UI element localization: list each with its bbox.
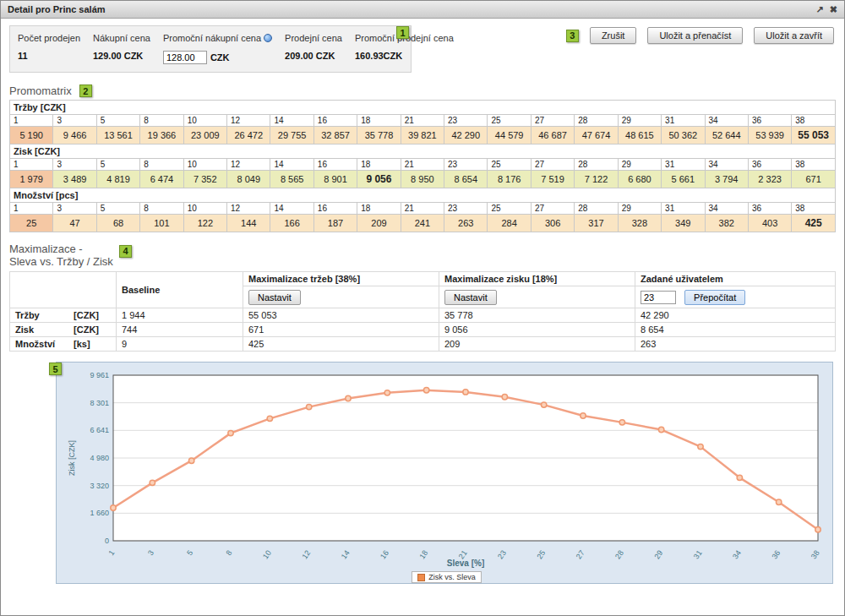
matrix-value-cell[interactable]: 50 362 [662,127,705,144]
matrix-value-cell[interactable]: 44 579 [488,127,531,144]
matrix-value-cell[interactable]: 68 [96,215,139,232]
y-axis-tick: 9 961 [90,371,109,379]
matrix-value-cell[interactable]: 19 366 [140,127,183,144]
close-icon[interactable]: ✖ [830,5,837,14]
row-unit: [CZK] [74,324,99,335]
field-value: 11 [18,51,80,61]
matrix-value-cell[interactable]: 9 466 [53,127,96,144]
matrix-value-cell[interactable]: 7 519 [531,171,574,188]
recalculate-button[interactable]: Přepočítat [684,290,745,305]
matrix-value-cell[interactable]: 6 680 [618,171,661,188]
matrix-value-cell[interactable]: 241 [401,215,444,232]
matrix-value-cell[interactable]: 284 [488,215,531,232]
user-discount-input[interactable] [641,291,676,304]
matrix-value-cell[interactable]: 52 644 [705,127,748,144]
field-promocni-nakupni-cena: Promoční nákupní cena CZK [163,33,272,65]
toolbar: 3 Zrušit Uložit a přenačíst Uložit a zav… [566,27,834,44]
y-axis-label: Zisk [CZK] [68,440,76,476]
matrix-value-cell[interactable]: 39 821 [401,127,444,144]
matrix-value-cell[interactable]: 5 661 [662,171,705,188]
matrix-value-cell[interactable]: 306 [531,215,574,232]
matrix-discount-header: 12 [227,159,270,171]
matrix-discount-header: 29 [618,115,661,127]
matrix-value-cell[interactable]: 8 901 [313,171,357,188]
matrix-value-cell[interactable]: 1 979 [10,171,53,188]
matrix-value-cell[interactable]: 9 056 [357,171,401,188]
matrix-value-cell[interactable]: 349 [662,215,705,232]
matrix-value-cell[interactable]: 25 [10,215,53,232]
matrix-value-cell[interactable]: 328 [618,215,661,232]
matrix-discount-header: 27 [531,203,574,215]
save-reload-button[interactable]: Uložit a přenačíst [647,27,743,44]
matrix-value-cell[interactable]: 8 049 [227,171,270,188]
window-title: Detail pro Princ salám [8,4,106,14]
matrix-value-cell[interactable]: 382 [705,215,748,232]
x-axis-tick: 27 [575,548,586,560]
chart-point [463,390,468,395]
matrix-value-cell[interactable]: 7 122 [575,171,618,188]
matrix-value-cell[interactable]: 101 [140,215,183,232]
matrix-value-cell[interactable]: 263 [444,215,488,232]
matrix-value-cell[interactable]: 4 819 [96,171,139,188]
matrix-value-cell[interactable]: 8 654 [444,171,488,188]
matrix-value-cell[interactable]: 47 [53,215,96,232]
matrix-value-cell[interactable]: 6 474 [140,171,183,188]
restore-icon[interactable]: ↗ [816,5,824,14]
matrix-value-cell[interactable]: 403 [748,215,791,232]
matrix-value-cell[interactable]: 144 [227,215,270,232]
matrix-value-cell[interactable]: 55 053 [792,127,836,144]
field-label-text: Promoční nákupní cena [163,33,261,43]
matrix-value-cell[interactable]: 187 [313,215,357,232]
cancel-button[interactable]: Zrušit [590,27,637,44]
matrix-value-cell[interactable]: 317 [575,215,618,232]
set-trzeb-button[interactable]: Nastavit [248,290,301,305]
set-zisku-button[interactable]: Nastavit [444,290,497,305]
matrix-value-cell[interactable]: 122 [183,215,226,232]
matrix-value-cell[interactable]: 29 755 [270,127,313,144]
matrix-value-cell[interactable]: 48 615 [618,127,661,144]
matrix-value-cell[interactable]: 13 561 [96,127,139,144]
matrix-value-cell[interactable]: 3 794 [705,171,748,188]
max-zisku-value: 209 [439,337,635,352]
matrix-value-cell[interactable]: 7 352 [183,171,226,188]
matrix-value-cell[interactable]: 166 [270,215,313,232]
row-label: Tržby [15,310,71,320]
matrix-discount-header: 12 [227,115,270,127]
matrix-value-cell[interactable]: 8 176 [488,171,531,188]
x-axis-tick: 28 [613,548,625,560]
matrix-discount-header: 34 [705,203,748,215]
promo-purchase-price-input[interactable] [163,51,207,64]
matrix-value-cell[interactable]: 671 [792,171,836,188]
matrix-value-cell[interactable]: 53 939 [748,127,791,144]
matrix-value-cell[interactable]: 8 565 [270,171,313,188]
matrix-value-cell[interactable]: 42 290 [444,127,488,144]
chart-point [111,505,116,510]
matrix-value-cell[interactable]: 46 687 [531,127,574,144]
matrix-value-cell[interactable]: 26 472 [227,127,270,144]
empty-header-cell [10,272,117,308]
matrix-value-cell[interactable]: 425 [792,215,836,232]
save-close-button[interactable]: Uložit a zavřít [754,27,834,44]
matrix-discount-header: 3 [53,203,96,215]
chart-point [502,395,507,400]
matrix-value-cell[interactable]: 32 857 [313,127,357,144]
x-axis-tick: 18 [417,548,429,560]
matrix-discount-header: 16 [313,159,357,171]
user-value: 8 654 [635,323,836,337]
matrix-value-cell[interactable]: 8 950 [401,171,444,188]
matrix-value-cell[interactable]: 209 [357,215,401,232]
x-axis-tick: 38 [810,548,821,560]
matrix-value-cell[interactable]: 5 190 [10,127,53,144]
x-axis-tick: 23 [496,548,508,560]
matrix-value-cell[interactable]: 3 489 [53,171,96,188]
matrix-value-cell[interactable]: 47 674 [575,127,618,144]
max-trzeb-header: Maximalizace tržeb [38%] [243,272,439,286]
maximize-table: Baseline Maximalizace tržeb [38%] Maxima… [9,271,836,352]
x-axis-tick: 34 [731,548,743,560]
matrix-value-cell[interactable]: 35 778 [357,127,401,144]
chart-point [228,430,233,435]
matrix-value-cell[interactable]: 2 323 [748,171,791,188]
matrix-value-cell[interactable]: 23 009 [183,127,226,144]
matrix-discount-header: 16 [313,115,357,127]
x-axis-tick: 5 [185,548,194,557]
